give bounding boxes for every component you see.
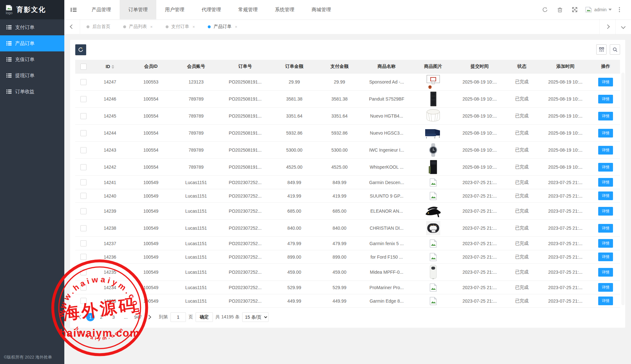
- sidebar-item-label: 产品订单: [15, 40, 34, 47]
- cell-checkbox: [75, 294, 92, 308]
- row-checkbox[interactable]: [80, 284, 87, 290]
- detail-button[interactable]: 详情: [598, 129, 613, 138]
- detail-button[interactable]: 详情: [598, 297, 613, 305]
- sidebar-item-5[interactable]: 订单收益: [0, 84, 64, 100]
- cell-order-no: PO202307252...: [219, 264, 272, 281]
- row-checkbox[interactable]: [80, 179, 87, 185]
- confirm-button[interactable]: 确定: [196, 312, 213, 322]
- cell-checkbox: [75, 142, 92, 159]
- search-icon[interactable]: [610, 44, 620, 55]
- cell-member-id: 100549: [128, 203, 173, 220]
- prev-page-icon[interactable]: [77, 313, 85, 321]
- tab-label: 产品列表: [129, 24, 147, 30]
- fullscreen-icon[interactable]: [567, 7, 582, 12]
- row-checkbox[interactable]: [80, 240, 87, 246]
- row-checkbox[interactable]: [80, 164, 87, 170]
- user-menu[interactable]: admin: [585, 7, 612, 13]
- table-scrollbar[interactable]: [621, 73, 625, 305]
- columns-toggle-icon[interactable]: [596, 44, 607, 55]
- cell-status: 已完成: [504, 237, 540, 250]
- row-checkbox[interactable]: [80, 130, 87, 136]
- cell-pay-amount: 4525.00: [317, 159, 362, 176]
- cell-product-name: CHRISTIAN DI...: [362, 220, 411, 237]
- tabs-menu-icon[interactable]: [615, 19, 631, 34]
- detail-button[interactable]: 详情: [598, 95, 613, 103]
- tabs-scroll-right-icon[interactable]: [599, 19, 615, 34]
- row-checkbox[interactable]: [80, 208, 87, 214]
- cell-pay-amount: 449.99: [317, 294, 362, 308]
- column-header-2: ID: [92, 60, 128, 74]
- select-all-checkbox[interactable]: [80, 64, 87, 70]
- table-refresh-button[interactable]: [75, 44, 86, 55]
- column-header-11: 状态: [504, 60, 540, 74]
- detail-button[interactable]: 详情: [598, 224, 613, 233]
- page-number-947[interactable]: 947: [133, 313, 143, 321]
- nav-item-5[interactable]: 常规管理: [230, 0, 266, 19]
- cell-status: 已完成: [504, 220, 540, 237]
- sidebar-item-2[interactable]: 产品订单: [0, 35, 64, 51]
- cell-status: 已完成: [504, 264, 540, 281]
- row-checkbox[interactable]: [80, 193, 87, 199]
- menu-collapse-icon[interactable]: [64, 0, 83, 19]
- sort-icon[interactable]: [112, 65, 114, 69]
- tab-close-icon[interactable]: ×: [150, 24, 153, 29]
- tab-4[interactable]: 产品订单×: [201, 19, 244, 34]
- detail-button[interactable]: 详情: [598, 253, 613, 261]
- row-checkbox[interactable]: [80, 254, 87, 260]
- tab-2[interactable]: 产品列表×: [117, 19, 159, 34]
- cell-pay-amount: 479.99: [317, 237, 362, 250]
- cell-product-name: IWC Ingenieur I...: [362, 142, 411, 159]
- tab-close-icon[interactable]: ×: [235, 24, 237, 29]
- detail-button[interactable]: 详情: [598, 178, 613, 187]
- page-number-3[interactable]: 3: [108, 313, 119, 321]
- page-size-select[interactable]: 15 条/页: [242, 312, 269, 322]
- nav-item-6[interactable]: 系统管理: [266, 0, 303, 19]
- detail-button[interactable]: 详情: [598, 268, 613, 277]
- open-tabs: 后台首页产品列表×支付订单×产品订单×: [80, 19, 599, 34]
- detail-button[interactable]: 详情: [598, 112, 613, 120]
- nav-item-3[interactable]: 用户管理: [156, 0, 193, 19]
- nav-item-7[interactable]: 商城管理: [303, 0, 340, 19]
- nav-item-1[interactable]: 产品管理: [83, 0, 120, 19]
- refresh-icon[interactable]: [538, 7, 553, 13]
- detail-button[interactable]: 详情: [598, 78, 613, 86]
- row-checkbox[interactable]: [80, 147, 87, 153]
- cell-submit-time: 2023-07-25 21:...: [455, 250, 504, 264]
- sidebar-item-label: 充值订单: [15, 57, 34, 63]
- row-checkbox[interactable]: [80, 269, 87, 275]
- goto-page-input[interactable]: [170, 312, 186, 322]
- cell-product-image: [411, 125, 455, 142]
- row-checkbox[interactable]: [80, 113, 87, 119]
- cell-member-id: 100549: [128, 176, 173, 189]
- product-image-watch: [411, 142, 454, 158]
- sidebar-item-4[interactable]: 提现订单: [0, 67, 64, 84]
- nav-item-2[interactable]: 订单管理: [120, 0, 156, 19]
- row-checkbox[interactable]: [80, 225, 87, 231]
- detail-button[interactable]: 详情: [598, 146, 613, 155]
- detail-button[interactable]: 详情: [598, 163, 613, 172]
- tab-1[interactable]: 后台首页: [80, 19, 117, 34]
- cell-product-name: WhisperKOOL ...: [362, 159, 411, 176]
- row-checkbox[interactable]: [80, 298, 87, 304]
- detail-button[interactable]: 详情: [598, 283, 613, 292]
- tab-3[interactable]: 支付订单×: [159, 19, 202, 34]
- detail-button[interactable]: 详情: [598, 239, 613, 248]
- detail-button[interactable]: 详情: [598, 191, 613, 200]
- row-checkbox[interactable]: [80, 96, 87, 102]
- more-vertical-icon[interactable]: [615, 7, 624, 12]
- trash-icon[interactable]: [553, 7, 567, 13]
- sidebar-item-3[interactable]: 充值订单: [0, 51, 64, 67]
- tabs-scroll-left-icon[interactable]: [64, 19, 80, 34]
- nav-item-4[interactable]: 代理管理: [193, 0, 230, 19]
- next-page-icon[interactable]: [145, 313, 153, 321]
- cell-submit-time: 2025-08-19 10:...: [455, 74, 504, 91]
- tab-close-icon[interactable]: ×: [193, 24, 195, 29]
- sidebar-item-1[interactable]: 支付订单: [0, 19, 64, 35]
- logo-alt-text: logo: [6, 11, 13, 15]
- page-number-2[interactable]: 2: [96, 313, 107, 321]
- cell-pay-amount: 419.99: [317, 189, 362, 203]
- detail-button[interactable]: 详情: [598, 207, 613, 216]
- cell-action: 详情: [591, 294, 620, 308]
- row-checkbox[interactable]: [80, 79, 87, 85]
- page-number-1[interactable]: 1: [86, 313, 95, 321]
